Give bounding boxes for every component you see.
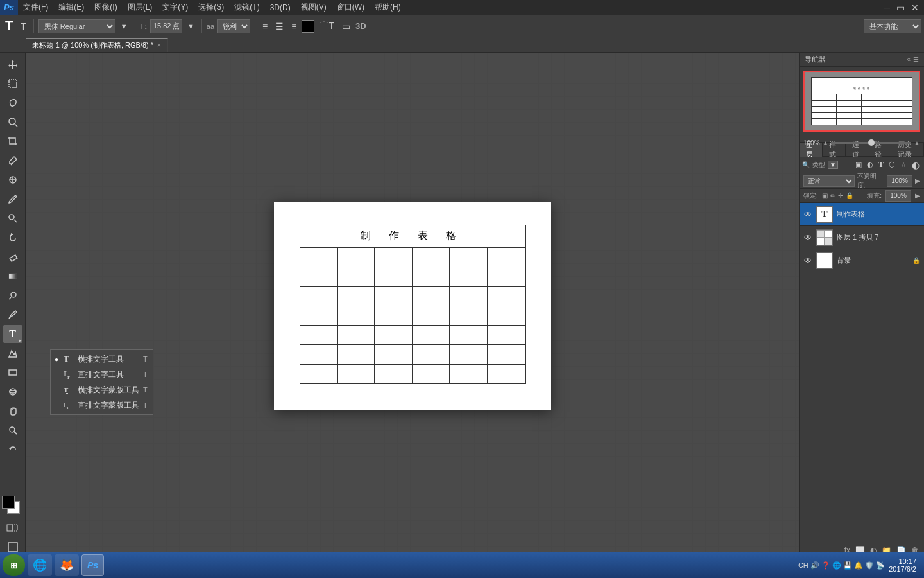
- text-tool-button[interactable]: T: [3, 17, 15, 35]
- hand-tool[interactable]: [3, 402, 22, 420]
- flyout-item-vertical-text[interactable]: IT 直排文字工具 T: [51, 367, 153, 382]
- layer-visibility-background[interactable]: 👁: [803, 256, 812, 265]
- brush-tool[interactable]: [3, 190, 22, 208]
- table-cell: [375, 286, 412, 306]
- clone-stamp-tool[interactable]: [3, 209, 22, 227]
- document-table: 制 作 表 格: [300, 225, 526, 384]
- align-left-button[interactable]: ≡: [260, 20, 270, 33]
- window-close[interactable]: ✕: [909, 1, 921, 14]
- menu-filter[interactable]: 滤镜(T): [229, 0, 264, 15]
- window-minimize[interactable]: ─: [881, 1, 893, 14]
- zoom-out-button[interactable]: ▲: [823, 139, 829, 146]
- table-row: [300, 267, 525, 286]
- menu-text[interactable]: 文字(Y): [157, 0, 193, 15]
- filter-shape-button[interactable]: ⬡: [887, 160, 897, 170]
- filter-adjustment-button[interactable]: ◐: [865, 160, 875, 170]
- quick-select-tool[interactable]: [3, 113, 22, 131]
- table-cell: [450, 306, 487, 325]
- taskbar-firefox-button[interactable]: 🦊: [55, 554, 79, 576]
- window-restore[interactable]: ▭: [894, 1, 907, 14]
- layer-item-grid[interactable]: 👁 图层 1 拷贝 7: [800, 226, 924, 249]
- table-cell: [300, 286, 337, 306]
- layer-item-background[interactable]: 👁 背景 🔒: [800, 249, 924, 272]
- eyedropper-tool[interactable]: [3, 152, 22, 170]
- char-paragraph-button[interactable]: ▭: [339, 20, 353, 33]
- font-family-select[interactable]: 黑体 Regular: [38, 19, 116, 33]
- blend-mode-select[interactable]: 正常: [803, 175, 855, 187]
- workspace-select[interactable]: 基本功能: [864, 19, 921, 33]
- taskbar-photoshop-button[interactable]: Ps: [81, 554, 104, 576]
- menu-edit[interactable]: 编辑(E): [53, 0, 89, 15]
- fill-arrow[interactable]: ▶: [915, 192, 920, 199]
- history-brush-tool[interactable]: [3, 229, 22, 247]
- taskbar-ie-button[interactable]: 🌐: [28, 554, 52, 576]
- nav-cell: [812, 94, 837, 101]
- navigator-collapse[interactable]: «: [907, 56, 911, 63]
- menu-select[interactable]: 选择(S): [193, 0, 229, 15]
- layer-visibility-grid[interactable]: 👁: [803, 233, 812, 242]
- rotate-view-tool[interactable]: [3, 441, 22, 459]
- zoom-tool[interactable]: [3, 421, 22, 439]
- shape-tool[interactable]: [3, 363, 22, 381]
- table-cell: [412, 306, 449, 325]
- opacity-input[interactable]: [887, 175, 912, 187]
- dodge-tool[interactable]: [3, 286, 22, 304]
- flyout-key-horizontal-text: T: [143, 355, 148, 363]
- gradient-tool[interactable]: [3, 267, 22, 285]
- flyout-item-horizontal-mask[interactable]: T 横排文字蒙版工具 T: [51, 382, 153, 398]
- eraser-tool[interactable]: [3, 248, 22, 266]
- font-size-arrow[interactable]: ▼: [185, 21, 197, 31]
- menu-window[interactable]: 窗口(W): [332, 0, 370, 15]
- path-select-tool[interactable]: [3, 344, 22, 362]
- layer-visibility-text[interactable]: 👁: [803, 210, 812, 219]
- opacity-arrow[interactable]: ▶: [915, 177, 920, 184]
- align-center-button[interactable]: ☰: [273, 20, 286, 33]
- filter-type-dropdown[interactable]: ▼: [828, 161, 838, 169]
- menu-layer[interactable]: 图层(L): [123, 0, 158, 15]
- crop-tool[interactable]: [3, 132, 22, 150]
- lasso-tool[interactable]: [3, 94, 22, 112]
- table-cell: [487, 364, 525, 383]
- flyout-item-horizontal-text[interactable]: ● T 横排文字工具 T: [51, 351, 153, 367]
- menu-file[interactable]: 文件(F): [18, 0, 53, 15]
- healing-tool[interactable]: [3, 171, 22, 189]
- filter-text-button[interactable]: T: [877, 160, 886, 170]
- lock-all-button[interactable]: 🔒: [846, 192, 853, 199]
- font-family-arrow[interactable]: ▼: [118, 21, 130, 31]
- lock-transparent-button[interactable]: ▣: [822, 192, 828, 199]
- menu-3d[interactable]: 3D(D): [265, 0, 296, 15]
- filter-smart-button[interactable]: ☆: [898, 160, 909, 170]
- start-button[interactable]: ⊞: [3, 554, 25, 576]
- move-tool[interactable]: [3, 55, 22, 73]
- filter-toggle[interactable]: ◐: [910, 160, 921, 170]
- system-clock[interactable]: 10:17 2017/6/2: [889, 557, 916, 573]
- lock-pixels-button[interactable]: ✏: [830, 192, 835, 199]
- zoom-in-button[interactable]: ▲: [914, 139, 920, 146]
- layer-item-text[interactable]: 👁 T 制作表格: [800, 203, 924, 226]
- zoom-slider[interactable]: [831, 142, 911, 144]
- navigator-menu[interactable]: ☰: [913, 56, 919, 63]
- text-color-swatch[interactable]: [302, 20, 314, 33]
- tab-close-button[interactable]: ×: [157, 42, 161, 49]
- marquee-tool[interactable]: [3, 74, 22, 92]
- filter-pixel-button[interactable]: ▣: [853, 160, 864, 170]
- menu-help[interactable]: 帮助(H): [370, 0, 406, 15]
- document-tab[interactable]: 未标题-1 @ 100% (制作表格, RGB/8) * ×: [26, 38, 168, 52]
- fill-input[interactable]: [886, 190, 911, 202]
- font-size-input[interactable]: [150, 19, 182, 33]
- foreground-color-swatch[interactable]: [2, 496, 15, 509]
- table-cell: [375, 364, 412, 383]
- menu-image[interactable]: 图像(I): [89, 0, 122, 15]
- flyout-item-vertical-mask[interactable]: IT 直排文字蒙版工具 T: [51, 398, 153, 413]
- text-type-toggle[interactable]: T: [18, 20, 29, 33]
- align-right-button[interactable]: ≡: [289, 20, 299, 33]
- quick-mask-button[interactable]: [3, 519, 22, 537]
- warp-text-button[interactable]: ⌒T: [317, 19, 337, 33]
- text-tool[interactable]: T ▶: [3, 325, 22, 343]
- lock-position-button[interactable]: ✛: [838, 192, 843, 199]
- zoom-slider-thumb[interactable]: [868, 139, 875, 146]
- antialiasing-select[interactable]: 锐利: [217, 19, 250, 33]
- pen-tool[interactable]: [3, 306, 22, 324]
- menu-view[interactable]: 视图(V): [296, 0, 332, 15]
- 3d-rotate-tool[interactable]: [3, 383, 22, 401]
